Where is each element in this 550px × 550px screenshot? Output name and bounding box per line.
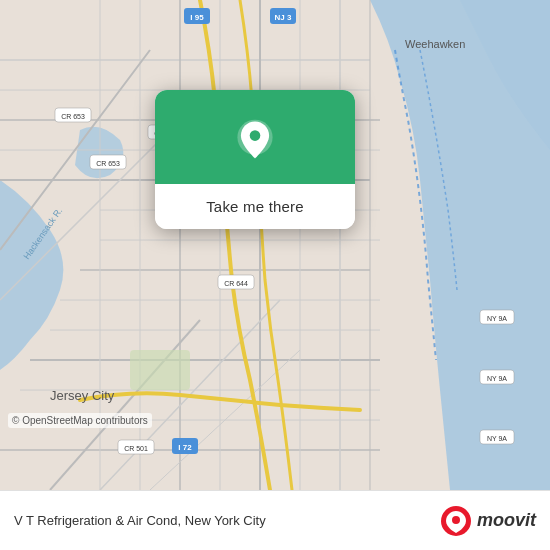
svg-text:Jersey City: Jersey City [50, 388, 115, 403]
svg-text:NY 9A: NY 9A [487, 315, 507, 322]
svg-text:Weehawken: Weehawken [405, 38, 465, 50]
location-card: Take me there [155, 90, 355, 229]
location-label: V T Refrigeration & Air Cond, New York C… [14, 513, 440, 528]
footer-bar: V T Refrigeration & Air Cond, New York C… [0, 490, 550, 550]
map-attribution: © OpenStreetMap contributors [8, 413, 152, 428]
svg-text:I 95: I 95 [190, 13, 204, 22]
svg-rect-53 [130, 350, 190, 390]
svg-text:CR 653: CR 653 [61, 113, 85, 120]
map-view[interactable]: I 95 NJ 3 CR 653 CR 681 CR 653 CR 644 CR… [0, 0, 550, 490]
svg-text:I 72: I 72 [178, 443, 192, 452]
svg-text:NY 9A: NY 9A [487, 375, 507, 382]
moovit-brand-icon [440, 505, 472, 537]
svg-text:CR 644: CR 644 [224, 280, 248, 287]
svg-text:CR 501: CR 501 [124, 445, 148, 452]
take-me-there-button[interactable]: Take me there [155, 184, 355, 229]
svg-point-59 [452, 516, 460, 524]
moovit-brand-text: moovit [477, 510, 536, 531]
svg-text:NJ 3: NJ 3 [275, 13, 292, 22]
card-header [155, 90, 355, 184]
svg-point-57 [250, 130, 261, 141]
svg-text:NY 9A: NY 9A [487, 435, 507, 442]
svg-text:CR 653: CR 653 [96, 160, 120, 167]
moovit-logo: moovit [440, 505, 536, 537]
location-pin-icon [233, 118, 277, 162]
